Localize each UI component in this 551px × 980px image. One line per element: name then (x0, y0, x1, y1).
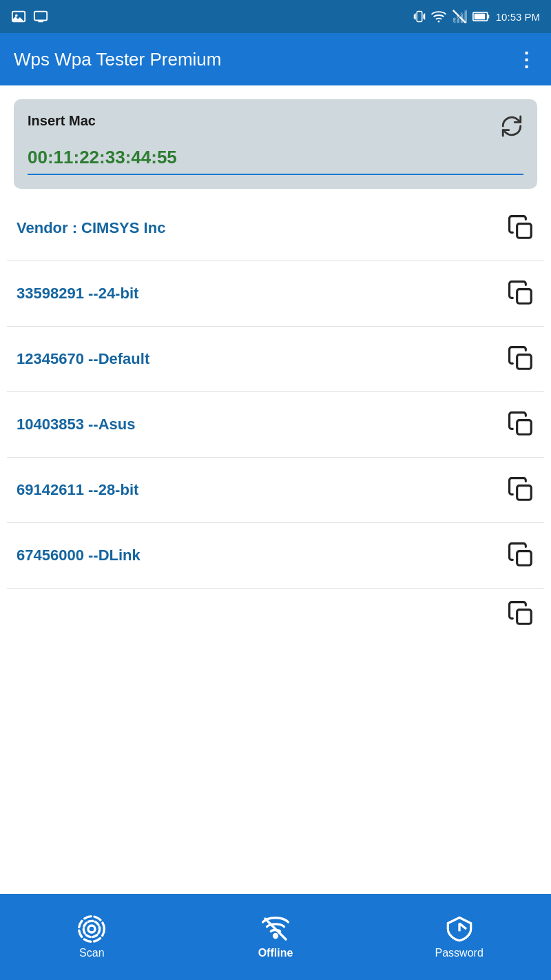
content-area: Insert Mac 00:11:22:33:44:55 Vendor : CI… (0, 85, 551, 894)
screen-icon (33, 9, 48, 24)
offline-nav-icon (262, 915, 289, 943)
copy-icon[interactable] (508, 477, 534, 503)
list-item: 67456000 --DLink (7, 523, 544, 589)
list-item-text: 33598291 --24-bit (17, 285, 138, 303)
mac-card: Insert Mac 00:11:22:33:44:55 (14, 99, 537, 189)
svg-rect-20 (517, 224, 532, 238)
nav-item-offline[interactable]: Offline (184, 915, 368, 959)
battery-icon (472, 10, 490, 23)
list-item-text: 69142611 --28-bit (17, 481, 138, 499)
mac-label: Insert Mac (28, 113, 96, 129)
copy-icon-partial[interactable] (508, 601, 534, 627)
mac-divider (28, 174, 523, 175)
list-item: Vendor : CIMSYS Inc (7, 196, 544, 261)
list-item-text: 67456000 --DLink (17, 547, 141, 564)
list-item-text: 12345670 --Default (17, 350, 149, 368)
svg-rect-25 (517, 551, 532, 566)
svg-point-10 (437, 21, 439, 23)
password-nav-icon (446, 915, 473, 943)
status-bar-left (11, 9, 48, 24)
status-bar-right: 10:53 PM (413, 9, 540, 24)
results-list: Vendor : CIMSYS Inc 33598291 --24-bit 12… (0, 196, 551, 894)
copy-icon[interactable] (508, 346, 534, 372)
nav-item-scan[interactable]: Scan (0, 915, 184, 959)
copy-icon[interactable] (508, 542, 534, 569)
svg-rect-5 (417, 12, 422, 22)
nav-label-offline: Offline (258, 947, 293, 959)
app-title: Wps Wpa Tester Premium (14, 49, 221, 70)
svg-rect-22 (517, 355, 532, 369)
status-bar: 10:53 PM (0, 0, 551, 33)
svg-rect-19 (487, 14, 489, 18)
nav-label-password: Password (435, 947, 484, 959)
svg-rect-24 (517, 486, 532, 500)
svg-rect-23 (517, 420, 532, 435)
nav-label-scan: Scan (79, 947, 104, 959)
mac-value[interactable]: 00:11:22:33:44:55 (28, 147, 523, 168)
list-item: 33598291 --24-bit (7, 261, 544, 327)
list-item: 69142611 --28-bit (7, 458, 544, 523)
svg-point-30 (274, 934, 278, 937)
svg-rect-2 (34, 12, 47, 21)
photo-icon (11, 9, 26, 24)
signal-off-icon (452, 9, 467, 24)
svg-rect-18 (474, 14, 485, 20)
list-item: 12345670 --Default (7, 327, 544, 392)
list-item-text: Vendor : CIMSYS Inc (17, 219, 165, 237)
scan-nav-icon (78, 915, 105, 943)
svg-point-28 (84, 921, 100, 937)
copy-icon[interactable] (508, 280, 534, 307)
time-display: 10:53 PM (496, 11, 540, 23)
svg-rect-26 (517, 610, 532, 624)
list-item-text: 10403853 --Asus (17, 416, 135, 433)
vibrate-icon (413, 9, 426, 24)
nav-item-password[interactable]: Password (367, 915, 551, 959)
svg-point-1 (15, 14, 18, 17)
app-bar: Wps Wpa Tester Premium ⋮ (0, 33, 551, 85)
list-item-partial (7, 589, 544, 627)
copy-icon[interactable] (508, 215, 534, 241)
bottom-nav: Scan Offline Password (0, 894, 551, 980)
refresh-icon[interactable] (500, 114, 523, 143)
wifi-icon (431, 10, 446, 23)
overflow-menu-button[interactable]: ⋮ (517, 48, 537, 71)
copy-icon[interactable] (508, 411, 534, 438)
svg-point-27 (88, 926, 95, 932)
list-item: 10403853 --Asus (7, 392, 544, 458)
mac-card-header: Insert Mac (28, 113, 523, 143)
svg-rect-21 (517, 289, 532, 304)
